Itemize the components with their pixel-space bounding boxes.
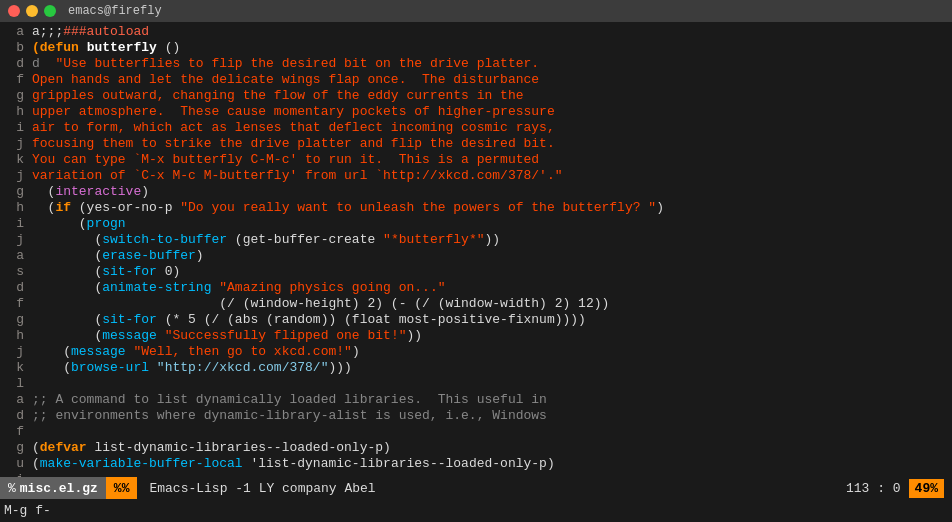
close-button[interactable] (8, 5, 20, 17)
statusbar: % misc.el.gz %% Emacs-Lisp -1 LY company… (0, 477, 952, 499)
code-editor[interactable]: a b d f g h i j k j g h i j a s d f g h … (0, 22, 952, 477)
status-filename: misc.el.gz (20, 481, 98, 496)
status-mode-indicator: % (8, 481, 16, 496)
minibuffer[interactable]: M-g f- (0, 499, 952, 521)
maximize-button[interactable] (44, 5, 56, 17)
titlebar: emacs@firefly (0, 0, 952, 22)
status-left: % misc.el.gz (0, 477, 106, 499)
window-title: emacs@firefly (68, 4, 162, 18)
minibuffer-text: M-g f- (4, 503, 51, 518)
line-numbers: a b d f g h i j k j g h i j a s d f g h … (0, 22, 28, 477)
source-code: a;;;###autoload (defun butterfly () d "U… (28, 22, 952, 477)
status-branch-indicator: %% (106, 477, 138, 499)
minimize-button[interactable] (26, 5, 38, 17)
status-position: 113 : 0 49% (838, 477, 952, 500)
status-percent: 49% (909, 479, 944, 498)
status-mode: Emacs-Lisp -1 LY company Abel (137, 479, 838, 498)
